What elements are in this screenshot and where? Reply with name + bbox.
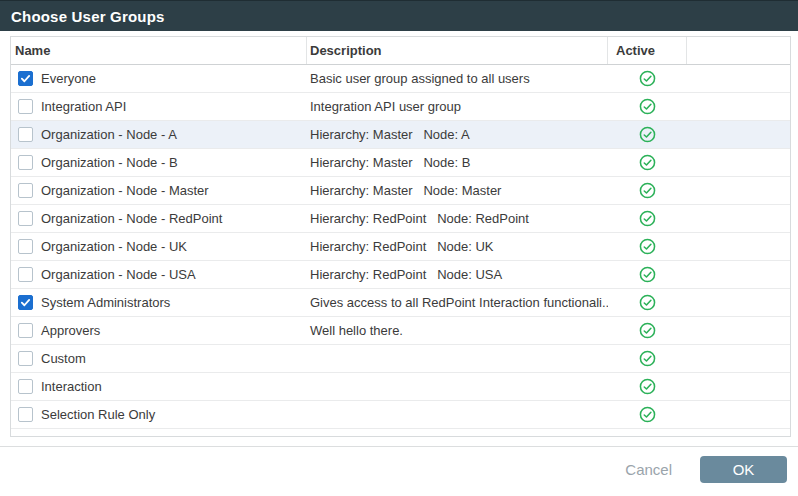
- row-active-cell: [608, 350, 687, 367]
- circle-check-icon: [639, 350, 656, 367]
- circle-check-icon: [639, 322, 656, 339]
- checkbox-icon[interactable]: [18, 267, 33, 282]
- circle-check-icon: [639, 210, 656, 227]
- row-active-cell: [608, 126, 687, 143]
- row-name-cell: Organization - Node - B: [11, 155, 307, 170]
- user-groups-table: Name Description Active Everyone Basic u…: [10, 36, 791, 437]
- dialog-footer: Cancel OK: [623, 454, 787, 484]
- row-active-cell: [608, 210, 687, 227]
- checkbox-icon[interactable]: [18, 183, 33, 198]
- table-row[interactable]: Organization - Node - A Hierarchy: Maste…: [11, 121, 790, 149]
- row-name-cell: Organization - Node - Master: [11, 183, 307, 198]
- table-row[interactable]: Organization - Node - B Hierarchy: Maste…: [11, 149, 790, 177]
- row-name-cell: Everyone: [11, 71, 307, 86]
- row-name-label: System Administrators: [41, 295, 170, 310]
- check-glyph-icon: [20, 73, 31, 84]
- circle-check-icon: [639, 378, 656, 395]
- circle-check-icon: [639, 406, 656, 423]
- table-row[interactable]: Everyone Basic user group assigned to al…: [11, 65, 790, 93]
- table-row[interactable]: Integration API Integration API user gro…: [11, 93, 790, 121]
- circle-check-icon: [639, 266, 656, 283]
- table-row[interactable]: Organization - Node - RedPoint Hierarchy…: [11, 205, 790, 233]
- checkbox-icon[interactable]: [18, 211, 33, 226]
- table-row[interactable]: Organization - Node - USA Hierarchy: Red…: [11, 261, 790, 289]
- checkbox-icon[interactable]: [18, 351, 33, 366]
- cancel-button[interactable]: Cancel: [623, 457, 674, 482]
- row-description: Hierarchy: Master Node: Master: [307, 183, 608, 198]
- row-name-label: Organization - Node - USA: [41, 267, 196, 282]
- footer-divider: [0, 446, 798, 447]
- row-description: Hierarchy: RedPoint Node: UK: [307, 239, 608, 254]
- row-active-cell: [608, 98, 687, 115]
- checkbox-icon[interactable]: [18, 155, 33, 170]
- row-name-label: Organization - Node - A: [41, 127, 177, 142]
- row-active-cell: [608, 266, 687, 283]
- row-name-label: Integration API: [41, 99, 126, 114]
- row-name-cell: Custom: [11, 351, 307, 366]
- column-header-name: Name: [11, 37, 307, 64]
- row-name-label: Organization - Node - UK: [41, 239, 187, 254]
- row-name-label: Custom: [41, 351, 86, 366]
- checkbox-icon[interactable]: [18, 239, 33, 254]
- column-header-spacer: [687, 37, 790, 64]
- row-name-label: Organization - Node - B: [41, 155, 178, 170]
- circle-check-icon: [639, 70, 656, 87]
- table-row[interactable]: Organization - Node - UK Hierarchy: RedP…: [11, 233, 790, 261]
- circle-check-icon: [639, 126, 656, 143]
- row-active-cell: [608, 294, 687, 311]
- dialog-titlebar: Choose User Groups: [0, 0, 798, 31]
- row-name-cell: Organization - Node - A: [11, 127, 307, 142]
- row-name-label: Selection Rule Only: [41, 407, 155, 422]
- row-active-cell: [608, 154, 687, 171]
- row-name-label: Everyone: [41, 71, 96, 86]
- row-name-label: Interaction: [41, 379, 102, 394]
- table-row[interactable]: Custom: [11, 345, 790, 373]
- row-description: Basic user group assigned to all users: [307, 71, 608, 86]
- checkbox-icon[interactable]: [18, 323, 33, 338]
- circle-check-icon: [639, 154, 656, 171]
- row-description: Hierarchy: RedPoint Node: RedPoint: [307, 211, 608, 226]
- row-name-label: Approvers: [41, 323, 100, 338]
- checkbox-icon[interactable]: [18, 407, 33, 422]
- row-name-cell: Integration API: [11, 99, 307, 114]
- table-row[interactable]: System Administrators Gives access to al…: [11, 289, 790, 317]
- row-name-label: Organization - Node - RedPoint: [41, 211, 222, 226]
- table-row[interactable]: Interaction: [11, 373, 790, 401]
- row-name-cell: Organization - Node - RedPoint: [11, 211, 307, 226]
- row-description: Hierarchy: Master Node: A: [307, 127, 608, 142]
- circle-check-icon: [639, 182, 656, 199]
- table-row[interactable]: Approvers Well hello there.: [11, 317, 790, 345]
- column-header-active: Active: [608, 37, 687, 64]
- row-active-cell: [608, 182, 687, 199]
- checkbox-icon[interactable]: [18, 127, 33, 142]
- row-name-label: Organization - Node - Master: [41, 183, 209, 198]
- row-active-cell: [608, 322, 687, 339]
- group-table-body: Everyone Basic user group assigned to al…: [11, 65, 790, 429]
- row-active-cell: [608, 238, 687, 255]
- checkbox-icon[interactable]: [18, 71, 33, 86]
- row-name-cell: Selection Rule Only: [11, 407, 307, 422]
- table-header-row: Name Description Active: [11, 37, 790, 65]
- dialog-title: Choose User Groups: [11, 8, 165, 25]
- column-header-description: Description: [307, 37, 608, 64]
- row-description: Hierarchy: Master Node: B: [307, 155, 608, 170]
- row-name-cell: Approvers: [11, 323, 307, 338]
- checkbox-icon[interactable]: [18, 295, 33, 310]
- circle-check-icon: [639, 294, 656, 311]
- row-description: Hierarchy: RedPoint Node: USA: [307, 267, 608, 282]
- row-active-cell: [608, 378, 687, 395]
- row-active-cell: [608, 70, 687, 87]
- check-glyph-icon: [20, 297, 31, 308]
- row-description: Integration API user group: [307, 99, 608, 114]
- checkbox-icon[interactable]: [18, 379, 33, 394]
- checkbox-icon[interactable]: [18, 99, 33, 114]
- row-description: Well hello there.: [307, 323, 608, 338]
- table-row[interactable]: Selection Rule Only: [11, 401, 790, 429]
- row-name-cell: System Administrators: [11, 295, 307, 310]
- table-row[interactable]: Organization - Node - Master Hierarchy: …: [11, 177, 790, 205]
- circle-check-icon: [639, 238, 656, 255]
- row-description: Gives access to all RedPoint Interaction…: [307, 295, 608, 310]
- ok-button[interactable]: OK: [700, 456, 787, 483]
- row-name-cell: Organization - Node - UK: [11, 239, 307, 254]
- circle-check-icon: [639, 98, 656, 115]
